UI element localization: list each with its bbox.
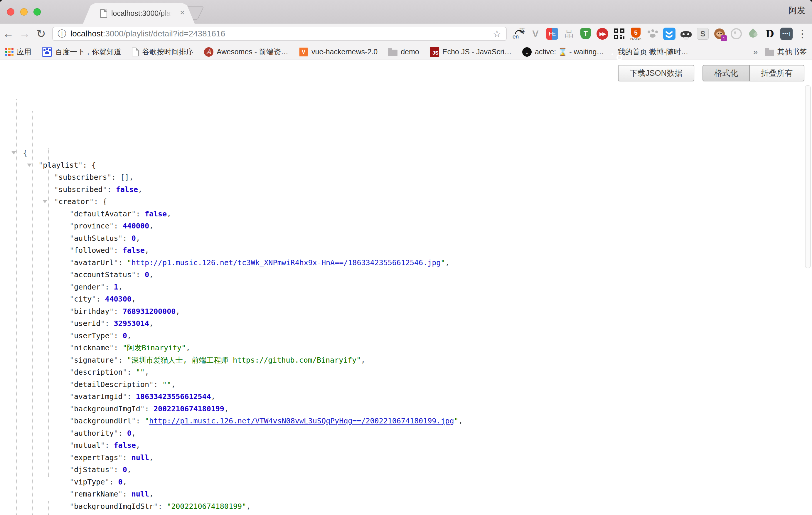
toolbox-icon[interactable]: •••|: [780, 27, 793, 40]
address-bar[interactable]: localhost:3000/playlist/detail?id=243816…: [52, 27, 507, 41]
json-row: "signature": "深圳市爱猫人士, 前端工程师 https://git…: [0, 354, 803, 366]
view-mode-segment: 格式化 折叠所有: [702, 65, 804, 81]
json-row: "gender": 1,: [0, 281, 803, 293]
vimium-icon[interactable]: V: [529, 27, 542, 40]
awesomes-a-icon: A: [204, 47, 213, 57]
format-button[interactable]: 格式化: [702, 65, 750, 81]
bookmark-label: Awesomes - 前端资…: [216, 47, 288, 57]
folder-icon: [765, 48, 774, 56]
blue-download-icon[interactable]: ❯❯: [663, 27, 676, 40]
weibo-gray-icon[interactable]: [729, 27, 743, 40]
json-row: "followed": false,: [0, 244, 803, 257]
json-row: "djStatus": 0,: [0, 464, 803, 476]
tab-close-icon[interactable]: ×: [180, 3, 185, 24]
indent-guide: [48, 501, 49, 515]
json-row: "mutual": false,: [0, 439, 803, 452]
bookmark-label: 百度一下，你就知道: [55, 47, 121, 57]
json-row: "vipType": 0,: [0, 476, 803, 488]
close-window-button[interactable]: [7, 8, 14, 16]
json-row: "authStatus": 0,: [0, 232, 803, 245]
json-link[interactable]: http://p1.music.126.net/tc3Wk_XNPmwiR4hx…: [132, 258, 441, 267]
browser-window: localhost:3000/playlist/detail? × 阿发 loc…: [0, 0, 812, 515]
scrollbar-thumb[interactable]: [805, 85, 811, 268]
collapse-all-button[interactable]: 折叠所有: [750, 65, 804, 81]
back-icon[interactable]: [0, 28, 17, 40]
bookmark-item[interactable]: 应用: [5, 47, 31, 57]
bird-icon[interactable]: [746, 27, 760, 40]
json-row: "subscribers": [],: [0, 171, 803, 183]
vue-icon: V: [299, 47, 308, 57]
url-host: localhost: [70, 29, 103, 38]
json-row: "subscribed": false,: [0, 183, 803, 196]
paw-icon[interactable]: [646, 27, 659, 40]
bookmark-item[interactable]: Vvue-hackernews-2.0: [299, 47, 378, 57]
chrome-menu-icon[interactable]: [795, 28, 810, 40]
download-arrow-icon: ↓: [522, 47, 532, 57]
sitemap-icon[interactable]: 品: [562, 27, 576, 40]
translate-icon[interactable]: 英en: [512, 27, 525, 40]
bookmark-item[interactable]: AAwesomes - 前端资…: [204, 47, 288, 57]
info-icon[interactable]: [58, 28, 66, 40]
video-speed-icon[interactable]: ▶▶: [596, 27, 609, 40]
darkreader-icon[interactable]: D: [763, 27, 777, 40]
bookmark-item[interactable]: demo: [388, 48, 419, 56]
download-json-button[interactable]: 下载JSON数据: [618, 65, 694, 81]
json-row: "creator": {: [0, 196, 803, 208]
collapse-triangle-icon[interactable]: [27, 164, 32, 167]
json-row: "birthday": 768931200000,: [0, 305, 803, 318]
echojs-icon: JS: [430, 47, 439, 57]
bookmark-label: demo: [401, 48, 419, 56]
json-row: "defaultAvatar": false,: [0, 208, 803, 220]
bookmark-item[interactable]: JSEcho JS - JavaScri…: [430, 47, 512, 57]
qrcode-icon[interactable]: [612, 27, 626, 40]
bookmark-label: 我的首页 微博-随时…: [618, 47, 688, 57]
bookmarks-overflow-icon[interactable]: »: [753, 47, 758, 57]
shield-t-icon[interactable]: T: [579, 27, 592, 40]
bookmark-label: Echo JS - JavaScri…: [442, 48, 512, 56]
indent-guide: [48, 148, 49, 477]
forward-icon: [17, 28, 33, 40]
tab-title: localhost:3000/playlist/detail?: [111, 3, 171, 24]
apps-grid-icon: [5, 48, 13, 56]
json-tree: {"playlist": {"subscribers": [],"subscri…: [0, 147, 803, 515]
reload-icon[interactable]: [33, 27, 49, 40]
json-link[interactable]: http://p1.music.126.net/VTW4vsN08vwL3uSQ…: [149, 417, 454, 425]
bookmark-label: active: ⌛ - waiting…: [535, 48, 604, 56]
indent-guide: [16, 99, 17, 515]
stylish-icon[interactable]: S: [696, 27, 709, 40]
bookmark-item[interactable]: 我的首页 微博-随时…: [614, 47, 688, 57]
extensions-row: 英enVFE品T▶▶5PLAYER❯❯S1D•••|: [512, 27, 793, 40]
bookmark-label: vue-hackernews-2.0: [312, 48, 378, 56]
other-bookmarks[interactable]: 其他书签: [765, 47, 807, 57]
monkey-icon[interactable]: 1: [713, 27, 726, 40]
mask-icon[interactable]: [679, 27, 693, 40]
json-row: "userId": 32953014,: [0, 317, 803, 330]
json-row: "avatarImgIdStr": "18633423556612546",: [0, 512, 803, 515]
json-row: "province": 440000,: [0, 220, 803, 232]
json-actions: 下载JSON数据 格式化 折叠所有: [618, 65, 804, 81]
browser-toolbar: localhost:3000/playlist/detail?id=243816…: [0, 24, 812, 44]
zoom-window-button[interactable]: [33, 8, 41, 16]
json-row: "playlist": {: [0, 159, 803, 171]
json-row: "backgroundImgIdStr": "2002210674180199"…: [0, 500, 803, 513]
json-row: "detailDescription": "",: [0, 378, 803, 391]
bookmark-item[interactable]: 谷歌按时间排序: [132, 47, 194, 57]
json-row: "backgroundUrl": "http://p1.music.126.ne…: [0, 415, 803, 427]
collapse-triangle-icon[interactable]: [11, 151, 16, 154]
folder-icon: [388, 48, 398, 56]
json-row: "accountStatus": 0,: [0, 269, 803, 281]
page-content: 下载JSON数据 格式化 折叠所有 {"playlist": {"subscri…: [0, 60, 812, 515]
profile-name[interactable]: 阿发: [788, 5, 806, 17]
html5-player-icon[interactable]: 5PLAYER: [629, 27, 643, 40]
bookmark-item[interactable]: ↓active: ⌛ - waiting…: [522, 47, 604, 57]
fe-icon[interactable]: FE: [546, 27, 559, 40]
collapse-triangle-icon[interactable]: [42, 200, 47, 203]
json-row: "nickname": "阿发Binaryify",: [0, 342, 803, 354]
json-row: "description": "",: [0, 366, 803, 378]
bookmark-item[interactable]: 百度一下，你就知道: [42, 47, 121, 57]
document-icon: [132, 48, 139, 56]
minimize-window-button[interactable]: [20, 8, 28, 16]
bookmark-star-icon[interactable]: [493, 28, 501, 40]
json-row: "authority": 0,: [0, 427, 803, 439]
active-tab[interactable]: localhost:3000/playlist/detail? ×: [83, 3, 195, 24]
